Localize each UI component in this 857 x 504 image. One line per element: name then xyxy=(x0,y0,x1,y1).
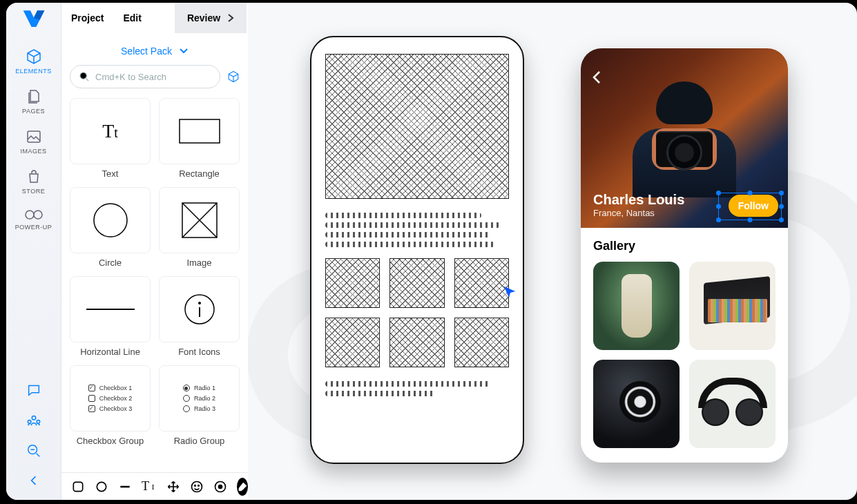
rail-images[interactable]: IMAGES xyxy=(6,122,61,162)
rail-label: POWER-UP xyxy=(15,224,52,231)
tile-label: Circle xyxy=(70,258,151,268)
svg-point-5 xyxy=(37,420,40,424)
mini-label: Radio 1 xyxy=(194,385,215,391)
collapse-icon[interactable] xyxy=(27,474,41,490)
svg-point-13 xyxy=(198,302,201,304)
profile-name: Charles Louis xyxy=(593,192,684,208)
follow-button[interactable]: Follow xyxy=(729,195,778,217)
svg-point-22 xyxy=(219,485,222,488)
search-placeholder: Cmd+K to Search xyxy=(95,72,166,82)
tile-label: Radio Group xyxy=(159,436,240,446)
chat-icon[interactable] xyxy=(26,382,41,400)
rail-bottom xyxy=(26,374,41,500)
cube3d-icon[interactable] xyxy=(227,70,240,83)
review-label: Review xyxy=(187,12,220,23)
tile-label: Font Icons xyxy=(159,347,240,357)
back-button[interactable] xyxy=(592,70,601,87)
tool-text-icon[interactable]: TI xyxy=(142,479,157,494)
gallery-item[interactable] xyxy=(689,262,776,350)
cursor-icon xyxy=(502,284,517,300)
rail-label: PAGES xyxy=(22,108,45,115)
tile-hline[interactable] xyxy=(70,276,151,342)
wire-thumb xyxy=(325,258,380,308)
rail-label: ELEMENTS xyxy=(15,68,52,75)
svg-point-1 xyxy=(26,211,34,219)
svg-point-7 xyxy=(80,72,86,79)
chevron-down-icon xyxy=(179,48,189,55)
mini-label: Checkbox 3 xyxy=(99,405,133,412)
wire-text-block xyxy=(325,381,509,396)
tool-brush-icon[interactable] xyxy=(237,478,248,496)
search-icon xyxy=(79,71,90,82)
rail-powerup[interactable]: POWER-UP xyxy=(6,202,61,238)
search-input[interactable]: Cmd+K to Search xyxy=(70,65,220,88)
wire-hero-image xyxy=(325,54,509,199)
wire-thumb xyxy=(454,318,509,367)
mini-label: Checkbox 2 xyxy=(99,395,133,402)
tile-checkbox-group[interactable]: Checkbox 1 Checkbox 2 Checkbox 3 xyxy=(70,365,151,432)
rendered-preview[interactable]: Charles Louis France, Nantas Follow Gall… xyxy=(581,48,788,463)
profile-location: France, Nantas xyxy=(593,208,684,218)
tile-fonticons[interactable] xyxy=(159,276,240,342)
tile-image[interactable] xyxy=(159,187,240,253)
svg-point-2 xyxy=(34,211,42,219)
gallery-item[interactable] xyxy=(593,262,680,350)
app-logo[interactable] xyxy=(21,7,46,32)
svg-point-3 xyxy=(32,416,36,420)
gallery-title: Gallery xyxy=(593,239,776,253)
svg-point-9 xyxy=(94,204,127,237)
menu-review[interactable]: Review xyxy=(175,3,247,33)
rail-label: STORE xyxy=(22,188,45,195)
svg-point-18 xyxy=(192,481,202,492)
wireframe-preview[interactable] xyxy=(310,36,524,464)
tool-line-icon[interactable] xyxy=(118,479,132,494)
bottom-toolbar: TI xyxy=(61,472,248,500)
chevron-right-icon xyxy=(227,13,234,23)
mini-label: Checkbox 1 xyxy=(99,385,133,391)
gallery-item[interactable] xyxy=(593,360,680,448)
tool-rounded-rect-icon[interactable] xyxy=(71,479,85,494)
rail-store[interactable]: STORE xyxy=(6,162,61,202)
rail-pages[interactable]: PAGES xyxy=(6,81,61,122)
svg-point-16 xyxy=(97,482,106,491)
svg-point-19 xyxy=(195,485,196,486)
wire-thumb xyxy=(389,258,444,308)
svg-point-20 xyxy=(198,485,200,486)
wire-thumb xyxy=(389,318,444,367)
select-pack-label: Select Pack xyxy=(121,46,172,57)
menu-edit[interactable]: Edit xyxy=(113,12,151,23)
rail-elements[interactable]: ELEMENTS xyxy=(6,41,61,81)
tile-label: Text xyxy=(70,168,151,179)
wire-thumb xyxy=(325,318,380,367)
tile-rectangle[interactable] xyxy=(159,98,240,164)
app-frame: ELEMENTS PAGES IMAGES STORE POWER-UP Pro… xyxy=(6,3,857,500)
select-pack-dropdown[interactable]: Select Pack xyxy=(70,39,240,65)
mini-label: Radio 2 xyxy=(194,395,215,402)
tool-emoji-icon[interactable] xyxy=(190,479,204,494)
svg-rect-0 xyxy=(28,131,40,142)
wire-thumb xyxy=(454,258,509,308)
profile-info: Charles Louis France, Nantas xyxy=(593,192,684,218)
tile-circle[interactable] xyxy=(70,187,151,253)
svg-point-4 xyxy=(28,420,31,424)
zoom-out-icon[interactable] xyxy=(26,443,41,461)
tile-text[interactable]: Tt xyxy=(70,98,151,164)
tool-move-icon[interactable] xyxy=(166,479,180,494)
tile-label: Horizontal Line xyxy=(70,347,151,357)
tool-target-icon[interactable] xyxy=(213,479,227,494)
elements-panel: Select Pack Cmd+K to Search Tt Text Rect… xyxy=(61,33,248,472)
profile-hero: Charles Louis France, Nantas Follow xyxy=(581,48,788,228)
tile-label: Image xyxy=(159,258,240,268)
svg-rect-15 xyxy=(73,482,82,491)
tile-label: Checkbox Group xyxy=(70,436,151,446)
menu-project[interactable]: Project xyxy=(61,12,113,23)
tile-radio-group[interactable]: Radio 1 Radio 2 Radio 3 xyxy=(159,365,240,432)
mini-label: Radio 3 xyxy=(194,405,215,412)
gallery-section: Gallery xyxy=(581,228,788,448)
left-rail: ELEMENTS PAGES IMAGES STORE POWER-UP xyxy=(6,3,61,500)
collab-icon[interactable] xyxy=(26,413,41,431)
rail-label: IMAGES xyxy=(20,148,46,155)
gallery-item[interactable] xyxy=(689,360,776,448)
tool-circle-icon[interactable] xyxy=(95,479,108,494)
wire-text-block xyxy=(325,213,509,247)
